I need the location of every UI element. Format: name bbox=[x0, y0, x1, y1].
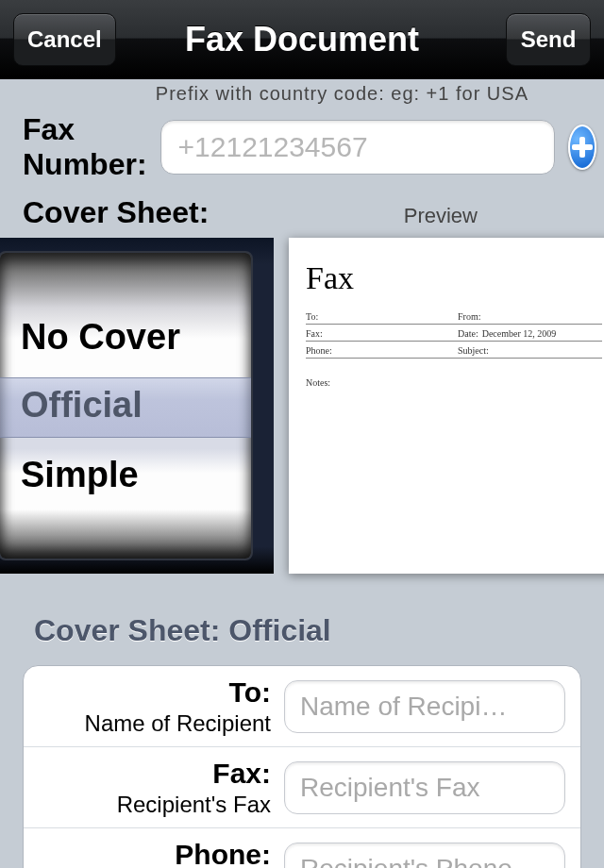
navbar: Cancel Fax Document Send bbox=[0, 0, 604, 79]
preview-field: To: From: bbox=[306, 308, 602, 325]
preview-field: Fax: Date:December 12, 2009 bbox=[306, 325, 602, 342]
fax-number-label: Fax Number: bbox=[23, 112, 147, 182]
preview-label: Preview bbox=[404, 204, 478, 228]
preview-fax-title: Fax bbox=[306, 260, 602, 296]
plus-icon bbox=[570, 135, 595, 159]
add-contact-button[interactable] bbox=[568, 125, 596, 170]
picker-wheel[interactable]: No Cover Official Simple bbox=[0, 251, 253, 560]
svg-rect-1 bbox=[572, 144, 593, 150]
hint-text: Prefix with country code: eg: +1 for USA bbox=[23, 79, 581, 110]
to-input[interactable] bbox=[284, 680, 565, 733]
recipient-fax-input[interactable] bbox=[284, 761, 565, 814]
recipient-phone-input[interactable] bbox=[284, 843, 565, 868]
section-title: Cover Sheet: Official bbox=[34, 613, 581, 648]
page-title: Fax Document bbox=[185, 20, 419, 59]
cover-sheet-picker[interactable]: No Cover Official Simple bbox=[0, 238, 274, 574]
form-sublabel: Name of Recipient bbox=[24, 710, 271, 737]
send-button[interactable]: Send bbox=[506, 13, 591, 66]
cover-preview[interactable]: Fax To: From: Fax: Date:December 12, 200… bbox=[289, 238, 604, 574]
form-label: Fax: bbox=[24, 758, 271, 790]
preview-field: Phone: Subject: bbox=[306, 342, 602, 359]
form-label: To: bbox=[24, 676, 271, 709]
picker-option-selected[interactable]: Official bbox=[21, 385, 143, 426]
form-label: Phone: bbox=[24, 839, 271, 868]
cover-sheet-form: To: Name of Recipient Fax: Recipient's F… bbox=[23, 665, 581, 868]
preview-notes: Notes: bbox=[306, 377, 602, 388]
fax-number-input[interactable] bbox=[160, 120, 555, 175]
form-sublabel: Recipient's Fax bbox=[24, 792, 271, 818]
cover-sheet-label: Cover Sheet: bbox=[23, 195, 209, 230]
cancel-button[interactable]: Cancel bbox=[13, 13, 116, 66]
form-row-fax: Fax: Recipient's Fax bbox=[24, 747, 580, 828]
picker-option[interactable]: No Cover bbox=[21, 317, 180, 358]
form-row-to: To: Name of Recipient bbox=[24, 666, 580, 747]
picker-option[interactable]: Simple bbox=[21, 455, 139, 495]
form-row-phone: Phone: Recipient's Phone bbox=[24, 828, 580, 868]
